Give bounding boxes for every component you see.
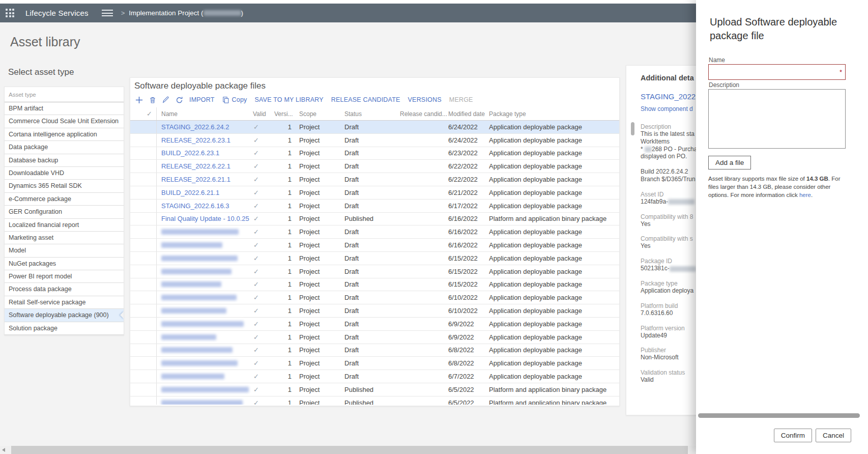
sidebar-item[interactable]: Power BI report model bbox=[5, 270, 124, 283]
show-component-details-link[interactable]: Show component d bbox=[641, 105, 702, 112]
refresh-button[interactable] bbox=[176, 96, 183, 104]
versions-button[interactable]: VERSIONS bbox=[408, 96, 442, 103]
sidebar-item[interactable]: NuGet packages bbox=[5, 258, 124, 270]
row-select-cell[interactable] bbox=[130, 200, 157, 212]
sidebar-item[interactable]: Database backup bbox=[5, 154, 124, 167]
table-row[interactable]: ✓ 1 Project Draft 6/8/2022 Application d… bbox=[130, 357, 619, 370]
table-row[interactable]: BUILD_2022.6.21.1 ✓ 1 Project Draft 6/21… bbox=[130, 186, 619, 200]
more-info-link[interactable]: here bbox=[799, 192, 811, 198]
table-row[interactable]: ✓ 1 Project Draft 6/15/2022 Application … bbox=[130, 278, 619, 292]
details-asset-name-link[interactable]: STAGING_2022. bbox=[641, 92, 702, 101]
breadcrumb[interactable]: Implementation Project () bbox=[129, 9, 243, 17]
add-button[interactable] bbox=[135, 96, 143, 104]
row-select-cell[interactable] bbox=[130, 134, 157, 147]
header-scope[interactable]: Scope bbox=[296, 107, 344, 120]
row-select-cell[interactable] bbox=[130, 225, 157, 238]
cancel-button[interactable]: Cancel bbox=[816, 429, 851, 442]
sidebar-item[interactable]: Software deployable package (900) bbox=[5, 309, 124, 322]
table-row[interactable]: RELEASE_2022.6.21.1 ✓ 1 Project Draft 6/… bbox=[130, 173, 619, 186]
header-status[interactable]: Status bbox=[344, 107, 400, 120]
package-name-link[interactable] bbox=[157, 396, 251, 405]
header-name[interactable]: Name bbox=[157, 107, 251, 120]
table-row[interactable]: Final Quality Update - 10.0.25 ✓ 1 Proje… bbox=[130, 213, 619, 226]
package-name-link[interactable]: RELEASE_2022.6.21.1 bbox=[157, 173, 251, 186]
sidebar-item[interactable]: GER Configuration bbox=[5, 206, 124, 218]
table-row[interactable]: ✓ 1 Project Published 6/5/2022 Platform … bbox=[130, 396, 619, 405]
hamburger-icon[interactable] bbox=[102, 8, 113, 18]
table-row[interactable]: ✓ 1 Project Draft 6/16/2022 Application … bbox=[130, 239, 619, 252]
row-select-cell[interactable] bbox=[130, 265, 157, 278]
table-row[interactable]: ✓ 1 Project Draft 6/10/2022 Application … bbox=[130, 291, 619, 304]
horizontal-scrollbar-thumb[interactable] bbox=[11, 446, 688, 454]
package-name-link[interactable]: BUILD_2022.6.23.1 bbox=[157, 147, 251, 160]
package-name-link[interactable] bbox=[157, 291, 251, 304]
asset-type-column-header[interactable]: Asset type bbox=[5, 87, 124, 102]
package-name-link[interactable]: Final Quality Update - 10.0.25 bbox=[157, 213, 251, 225]
description-input[interactable] bbox=[708, 89, 846, 149]
table-row[interactable]: ✓ 1 Project Draft 6/10/2022 Application … bbox=[130, 304, 619, 318]
sidebar-item[interactable]: Solution package bbox=[5, 322, 124, 335]
table-row[interactable]: ✓ 1 Project Draft 6/7/2022 Application d… bbox=[130, 370, 619, 383]
header-version[interactable]: Versi... bbox=[274, 107, 296, 120]
save-to-my-library-button[interactable]: SAVE TO MY LIBRARY bbox=[255, 96, 324, 103]
table-row[interactable]: ✓ 1 Project Draft 6/9/2022 Application d… bbox=[130, 318, 619, 331]
package-name-link[interactable] bbox=[157, 344, 251, 357]
row-select-cell[interactable] bbox=[130, 331, 157, 344]
table-row[interactable]: ✓ 1 Project Draft 6/15/2022 Application … bbox=[130, 252, 619, 265]
package-name-link[interactable]: STAGING_2022.6.16.3 bbox=[157, 200, 251, 212]
row-select-cell[interactable] bbox=[130, 396, 157, 405]
sidebar-item[interactable]: Cortana intelligence application bbox=[5, 128, 124, 141]
table-row[interactable]: ✓ 1 Project Draft 6/15/2022 Application … bbox=[130, 265, 619, 278]
package-name-link[interactable] bbox=[157, 383, 251, 396]
package-name-link[interactable] bbox=[157, 304, 251, 317]
sidebar-item[interactable]: Dynamics 365 Retail SDK bbox=[5, 180, 124, 192]
package-name-link[interactable] bbox=[157, 225, 251, 238]
package-name-link[interactable]: BUILD_2022.6.21.1 bbox=[157, 186, 251, 199]
row-select-cell[interactable] bbox=[130, 344, 157, 357]
package-name-link[interactable] bbox=[157, 252, 251, 265]
sidebar-item[interactable]: Localized financial report bbox=[5, 219, 124, 232]
table-row[interactable]: STAGING_2022.6.16.3 ✓ 1 Project Draft 6/… bbox=[130, 200, 619, 213]
sidebar-item[interactable]: Downloadable VHD bbox=[5, 167, 124, 180]
row-select-cell[interactable] bbox=[130, 370, 157, 383]
confirm-button[interactable]: Confirm bbox=[774, 429, 812, 442]
row-select-cell[interactable] bbox=[130, 239, 157, 251]
add-file-button[interactable]: Add a file bbox=[708, 156, 751, 169]
table-row[interactable]: ✓ 1 Project Draft 6/16/2022 Application … bbox=[130, 225, 619, 239]
name-input[interactable] bbox=[708, 64, 846, 80]
row-select-cell[interactable] bbox=[130, 291, 157, 304]
package-name-link[interactable]: RELEASE_2022.6.22.1 bbox=[157, 160, 251, 173]
package-name-link[interactable] bbox=[157, 331, 251, 344]
release-candidate-button[interactable]: RELEASE CANDIDATE bbox=[331, 96, 400, 103]
package-name-link[interactable] bbox=[157, 357, 251, 370]
waffle-icon[interactable] bbox=[6, 9, 14, 17]
dialog-scrollbar-thumb[interactable] bbox=[698, 413, 860, 418]
row-select-cell[interactable] bbox=[130, 278, 157, 291]
row-select-cell[interactable] bbox=[130, 160, 157, 173]
row-select-cell[interactable] bbox=[130, 252, 157, 265]
package-name-link[interactable]: RELEASE_2022.6.23.1 bbox=[157, 134, 251, 147]
sidebar-item[interactable]: Data package bbox=[5, 141, 124, 154]
package-name-link[interactable] bbox=[157, 278, 251, 291]
table-row[interactable]: ✓ 1 Project Draft 6/9/2022 Application d… bbox=[130, 331, 619, 344]
row-select-cell[interactable] bbox=[130, 318, 157, 330]
row-select-cell[interactable] bbox=[130, 304, 157, 317]
table-row[interactable]: RELEASE_2022.6.22.1 ✓ 1 Project Draft 6/… bbox=[130, 160, 619, 173]
delete-button[interactable] bbox=[149, 96, 156, 104]
sidebar-item[interactable]: Retail Self-service package bbox=[5, 296, 124, 309]
package-name-link[interactable] bbox=[157, 318, 251, 330]
row-select-cell[interactable] bbox=[130, 147, 157, 160]
header-release-candidate[interactable]: Release candid... bbox=[400, 107, 448, 120]
row-select-cell[interactable] bbox=[130, 357, 157, 370]
sidebar-item[interactable]: BPM artifact bbox=[5, 102, 124, 115]
vertical-scrollbar-thumb[interactable] bbox=[631, 122, 634, 135]
package-name-link[interactable] bbox=[157, 239, 251, 251]
table-row[interactable]: ✓ 1 Project Published 6/5/2022 Platform … bbox=[130, 383, 619, 396]
row-select-cell[interactable] bbox=[130, 186, 157, 199]
package-name-link[interactable] bbox=[157, 265, 251, 278]
row-select-cell[interactable] bbox=[130, 383, 157, 396]
copy-button[interactable]: Copy bbox=[222, 96, 247, 104]
table-row[interactable]: STAGING_2022.6.24.2 ✓ 1 Project Draft 6/… bbox=[130, 121, 619, 134]
table-row[interactable]: BUILD_2022.6.23.1 ✓ 1 Project Draft 6/23… bbox=[130, 147, 619, 160]
header-valid[interactable]: Valid bbox=[251, 107, 274, 120]
